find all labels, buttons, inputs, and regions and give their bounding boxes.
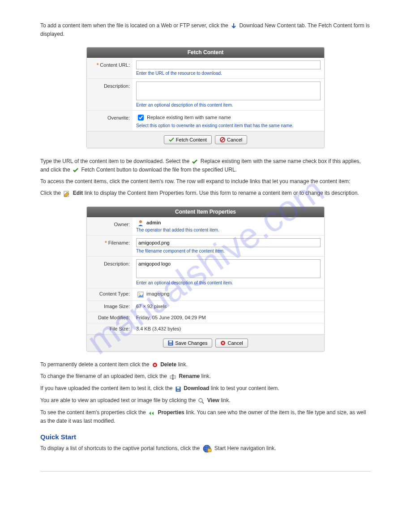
content-url-row: * Content URL: Enter the URL of the reso… bbox=[87, 58, 324, 79]
edit-icon bbox=[64, 189, 70, 197]
image-size-row: Image Size: 67 × 92 pixels bbox=[87, 301, 324, 312]
file-size-label: File Size: bbox=[87, 323, 133, 334]
date-modified-label: Date Modified: bbox=[87, 312, 133, 323]
download-arrow-icon bbox=[231, 22, 236, 30]
delete-paragraph: To permanently delete a content item cli… bbox=[40, 360, 371, 369]
file-size-row: File Size: 3.4 KB (3,432 bytes) bbox=[87, 323, 324, 335]
properties-panel-footer: Save Changes Cancel bbox=[87, 335, 324, 351]
text-fragment: Fetch Content button to download the fil… bbox=[81, 167, 237, 173]
text-fragment: To display a list of shortcuts to the ca… bbox=[40, 445, 201, 451]
quick-start-paragraph: To display a list of shortcuts to the ca… bbox=[40, 444, 371, 453]
view-paragraph: You are able to view an uploaded text or… bbox=[40, 396, 371, 405]
intro-paragraph: To add a content item when the file is l… bbox=[40, 21, 371, 38]
overwrite-hint: Select this option to overwrite an exist… bbox=[136, 123, 321, 128]
text-fragment: link to display the Content Item Propert… bbox=[85, 190, 359, 196]
svg-rect-21 bbox=[208, 449, 211, 452]
fetch-content-button[interactable]: Fetch Content bbox=[164, 135, 212, 144]
content-type-value: image/png bbox=[146, 291, 169, 296]
svg-rect-17 bbox=[177, 390, 180, 391]
text-fragment: To permanently delete a content item cli… bbox=[40, 361, 151, 368]
cancel-x-icon bbox=[220, 340, 226, 346]
cancel-button[interactable]: Cancel bbox=[215, 339, 248, 348]
image-size-value: 67 × 92 pixels bbox=[133, 301, 324, 312]
text-fragment: link. bbox=[178, 361, 188, 368]
text-fragment: link. bbox=[221, 397, 230, 403]
download-link-text: Download bbox=[184, 385, 209, 391]
description2-label: Description: bbox=[87, 257, 133, 288]
file-size-value: 3.4 KB (3,432 bytes) bbox=[133, 323, 324, 334]
text-fragment: To change the filename of an uploaded it… bbox=[40, 373, 168, 379]
description-row: Description: Enter an optional descripti… bbox=[87, 79, 324, 111]
overwrite-row: Overwrite: Replace existing item with sa… bbox=[87, 111, 324, 131]
svg-point-3 bbox=[139, 220, 142, 223]
cancel-icon bbox=[220, 137, 225, 142]
overwrite-label: Overwrite: bbox=[87, 111, 133, 131]
date-modified-row: Date Modified: Friday, 05 June 2009, 04:… bbox=[87, 312, 324, 323]
save-disk-icon bbox=[168, 340, 173, 346]
rename-icon bbox=[170, 373, 176, 381]
cancel-button[interactable]: Cancel bbox=[215, 135, 247, 144]
description2-row: Description: Enter an optional descripti… bbox=[87, 257, 324, 288]
text-fragment: link. bbox=[201, 373, 211, 379]
text-fragment: Type the URL of the content item to be d… bbox=[40, 158, 191, 164]
description2-hint: Enter an optional description of this co… bbox=[136, 280, 321, 285]
fetch-panel-footer: Fetch Content Cancel bbox=[87, 131, 324, 148]
svg-rect-8 bbox=[169, 343, 172, 345]
svg-rect-16 bbox=[177, 387, 180, 389]
filename-row: * Filename: The filename component of th… bbox=[87, 236, 324, 257]
magnifier-icon bbox=[198, 397, 204, 405]
description-label: Description: bbox=[87, 79, 133, 110]
content-type-label: Content Type: bbox=[87, 288, 133, 300]
image-size-label: Image Size: bbox=[87, 301, 133, 312]
quick-start-heading: Quick Start bbox=[40, 433, 371, 441]
properties-link-text: Properties bbox=[158, 409, 184, 416]
text-fragment: If you have uploaded the content item to… bbox=[40, 385, 174, 391]
view-link-text: View bbox=[207, 397, 219, 403]
svg-line-1 bbox=[221, 138, 224, 141]
text-fragment: To see the content item's properties cli… bbox=[40, 409, 147, 416]
access-content-paragraph: To access the content items, click the c… bbox=[40, 177, 371, 185]
svg-line-19 bbox=[202, 402, 204, 403]
delete-link-text: Delete bbox=[160, 361, 176, 368]
text-fragment: Start Here navigation link. bbox=[214, 445, 276, 451]
delete-icon bbox=[152, 360, 158, 369]
owner-label: Owner: bbox=[87, 217, 133, 235]
properties-icon bbox=[149, 409, 155, 417]
user-icon bbox=[137, 220, 144, 226]
check-icon bbox=[192, 158, 197, 166]
properties-paragraph: To see the content item's properties cli… bbox=[40, 408, 371, 425]
svg-point-5 bbox=[139, 293, 141, 294]
text-fragment: link to test your content item. bbox=[211, 385, 279, 391]
footer-divider bbox=[40, 471, 371, 472]
rename-link-text: Rename bbox=[179, 373, 200, 379]
content-properties-panel: Content Item Properties Owner: admin The… bbox=[86, 206, 325, 351]
panel-title: Content Item Properties bbox=[87, 207, 324, 217]
owner-hint: The operator that added this content ite… bbox=[136, 227, 321, 232]
save-disk-icon bbox=[176, 385, 181, 393]
owner-row: Owner: admin The operator that added thi… bbox=[87, 217, 324, 236]
filename-input[interactable] bbox=[136, 238, 321, 247]
description-textarea[interactable] bbox=[136, 82, 321, 100]
content-type-row: Content Type: image/png bbox=[87, 288, 324, 300]
filename-hint: The filename component of the content it… bbox=[136, 249, 321, 253]
panel-title: Fetch Content bbox=[87, 47, 324, 58]
svg-rect-7 bbox=[169, 341, 172, 343]
content-url-label: * Content URL: bbox=[87, 58, 133, 78]
description-hint: Enter an optional description of this co… bbox=[136, 103, 321, 107]
content-url-hint: Enter the URL of the resource to downloa… bbox=[136, 71, 321, 76]
fetch-instructions-paragraph: Type the URL of the content item to be d… bbox=[40, 157, 371, 174]
edit-paragraph: Click the Edit link to display the Conte… bbox=[40, 189, 371, 197]
text-fragment: Click the bbox=[40, 190, 62, 196]
download-paragraph: If you have uploaded the content item to… bbox=[40, 384, 371, 393]
save-changes-button[interactable]: Save Changes bbox=[163, 339, 212, 348]
svg-point-18 bbox=[199, 399, 202, 402]
check-icon bbox=[169, 137, 174, 142]
fetch-content-panel: Fetch Content * Content URL: Enter the U… bbox=[86, 47, 325, 148]
text-fragment: To add a content item when the file is l… bbox=[40, 22, 230, 29]
globe-lock-icon bbox=[203, 444, 212, 453]
description2-textarea[interactable] bbox=[136, 259, 321, 278]
filename-label: * Filename: bbox=[87, 236, 133, 256]
overwrite-checkbox-label: Replace existing item with same name bbox=[147, 115, 231, 120]
content-url-input[interactable] bbox=[136, 60, 321, 69]
overwrite-checkbox[interactable] bbox=[138, 115, 144, 120]
